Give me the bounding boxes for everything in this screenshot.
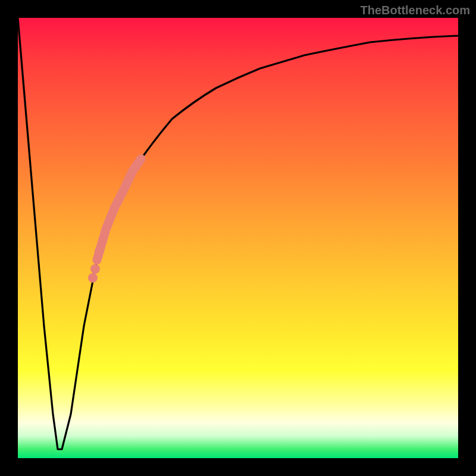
curve-layer xyxy=(18,18,458,458)
highlighted-segment xyxy=(97,159,141,260)
bottleneck-curve xyxy=(18,18,458,449)
highlight-dot xyxy=(95,246,104,256)
plot-area xyxy=(18,18,458,458)
highlight-dot xyxy=(90,264,100,274)
highlight-dot xyxy=(88,273,98,283)
watermark-text: TheBottleneck.com xyxy=(361,4,470,17)
chart-frame: TheBottleneck.com xyxy=(0,0,476,476)
